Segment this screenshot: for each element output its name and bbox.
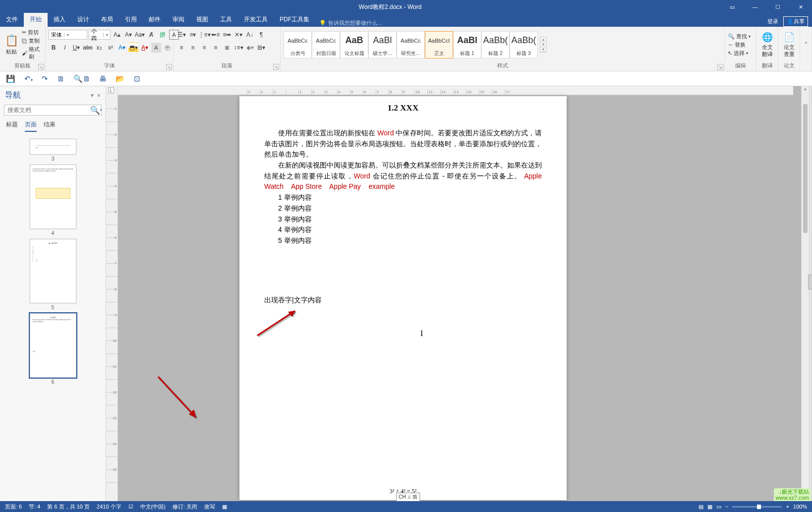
ribbon-options-icon[interactable]: ▭: [721, 0, 744, 14]
tab-design[interactable]: 设计: [71, 13, 95, 27]
redo-icon[interactable]: ↷: [42, 74, 48, 83]
align-right-button[interactable]: ≡: [199, 43, 209, 53]
ime-indicator[interactable]: CH ♫ 简: [396, 493, 420, 501]
enclose-char-button[interactable]: ㊥: [163, 43, 173, 53]
grow-font-button[interactable]: A▴: [112, 30, 122, 40]
highlight-button[interactable]: ⬒▾: [128, 43, 138, 53]
style-item[interactable]: AaBbCc封面日期: [312, 31, 340, 58]
font-launcher-icon[interactable]: ↘: [166, 64, 172, 70]
view-web-icon[interactable]: ▭: [716, 504, 721, 510]
print-preview-icon[interactable]: 🔍🗎: [73, 74, 90, 83]
clear-formatting-button[interactable]: A̸: [146, 30, 156, 40]
undo-icon[interactable]: ↶▾: [24, 74, 33, 83]
document-area[interactable]: 3211234567891011121314151617 1.2 XXX 使用在…: [118, 86, 801, 501]
close-icon[interactable]: ✕: [789, 0, 812, 14]
cut-button[interactable]: ✂剪切: [22, 29, 42, 36]
tab-layout[interactable]: 布局: [95, 13, 119, 27]
chevron-down-icon[interactable]: ▾: [540, 42, 546, 47]
status-language[interactable]: 中文(中国): [140, 503, 166, 511]
subscript-button[interactable]: x₂: [94, 43, 104, 53]
increase-indent-button[interactable]: ≡➡: [222, 30, 232, 40]
minimize-icon[interactable]: ―: [744, 0, 766, 14]
tab-view[interactable]: 视图: [190, 13, 214, 27]
tab-review[interactable]: 审阅: [167, 13, 190, 27]
font-size-combo[interactable]: 小四▾: [89, 30, 111, 40]
zoom-out-icon[interactable]: −: [725, 504, 728, 510]
tab-pdf[interactable]: PDF工具集: [274, 13, 315, 27]
page-thumbnail[interactable]: xxx: [30, 139, 76, 155]
styles-launcher-icon[interactable]: ↘: [717, 64, 723, 70]
tab-selector-icon[interactable]: L: [108, 87, 114, 94]
view-read-icon[interactable]: ▤: [698, 504, 703, 510]
vertical-scrollbar[interactable]: ▴ ▾: [801, 86, 809, 501]
page-thumbnail[interactable]: 第一章 XXXX 12345 ab cd: [30, 239, 76, 303]
status-section[interactable]: 节: 4: [29, 503, 40, 511]
para-launcher-icon[interactable]: ↘: [273, 64, 279, 70]
style-item[interactable]: AaBbCcI正文: [425, 31, 453, 58]
tab-file[interactable]: 文件: [0, 13, 24, 27]
more-icon[interactable]: ▾: [540, 47, 546, 52]
align-left-button[interactable]: ≡: [176, 43, 186, 53]
view-print-icon[interactable]: ▦: [707, 504, 712, 510]
superscript-button[interactable]: x²: [106, 43, 116, 53]
chevron-up-icon[interactable]: ▴: [540, 37, 546, 42]
multilevel-button[interactable]: ⋮≡▾: [199, 30, 209, 40]
open-icon[interactable]: 📂: [116, 74, 125, 83]
customise-icon[interactable]: ⊡: [134, 74, 140, 83]
zoom-in-icon[interactable]: +: [786, 504, 789, 510]
nav-search[interactable]: 🔍▾: [4, 105, 102, 115]
nav-tab-headings[interactable]: 标题: [6, 120, 18, 132]
paste-button[interactable]: 📋 粘贴: [3, 34, 20, 56]
clipboard-launcher-icon[interactable]: ↘: [38, 64, 44, 70]
tab-tools[interactable]: 工具: [214, 13, 238, 27]
line-spacing-button[interactable]: ↕≡▾: [233, 43, 243, 53]
replace-button[interactable]: ↔替换: [728, 41, 751, 49]
tab-developer[interactable]: 开发工具: [238, 13, 274, 27]
tell-me[interactable]: 💡 告诉我您想要做什么...: [315, 19, 386, 27]
maximize-icon[interactable]: ☐: [766, 0, 789, 14]
status-overtype[interactable]: 改写: [204, 503, 215, 511]
translate-button[interactable]: 🌐 全文 翻译: [759, 32, 775, 58]
shrink-font-button[interactable]: A▾: [123, 30, 133, 40]
status-page[interactable]: 页面: 6: [5, 503, 22, 511]
style-scroll[interactable]: ▴▾▾: [540, 37, 547, 53]
chevron-down-icon[interactable]: ▾: [802, 493, 809, 501]
asian-layout-button[interactable]: ✕▾: [233, 30, 243, 40]
select-button[interactable]: ↖选择▾: [728, 50, 751, 57]
align-center-button[interactable]: ≡: [188, 43, 198, 53]
sort-button[interactable]: A↓: [245, 30, 255, 40]
style-item[interactable]: AaBbCc分类号: [284, 31, 312, 58]
scrollbar-thumb[interactable]: [803, 104, 808, 233]
page-thumbnail[interactable]: Lorem ipsum dolor sit amet consectetur a…: [30, 165, 76, 229]
chevron-down-icon[interactable]: ▼: [90, 93, 95, 98]
print-icon[interactable]: 🖶: [99, 74, 107, 83]
nav-tab-pages[interactable]: 页面: [25, 120, 37, 132]
shading-button[interactable]: ◆▾: [245, 43, 255, 53]
tab-references[interactable]: 引用: [119, 13, 143, 27]
borders-button[interactable]: ⊞▾: [256, 43, 266, 53]
save-icon[interactable]: 💾: [6, 74, 15, 83]
status-spell-icon[interactable]: ☑: [128, 504, 133, 510]
status-word-count[interactable]: 2410 个字: [97, 503, 121, 511]
document-page[interactable]: 1.2 XXX 使用在需要位置出现的新按钮在 Word 中保存时间。若要更改图片…: [239, 96, 567, 500]
format-painter-button[interactable]: 🖌格式刷: [22, 46, 42, 60]
close-icon[interactable]: ✕: [97, 93, 101, 98]
font-family-combo[interactable]: 宋体▾: [49, 30, 87, 40]
style-item[interactable]: AaBbCc研究生...: [397, 31, 425, 58]
text-effects-button[interactable]: A▾: [117, 43, 127, 53]
bullets-button[interactable]: ☰▾: [176, 30, 186, 40]
status-track-changes[interactable]: 修订: 关闭: [173, 503, 197, 511]
style-item[interactable]: AaB论文标题: [340, 31, 368, 58]
phonetic-guide-button[interactable]: 拼: [158, 30, 168, 40]
distribute-button[interactable]: ≣: [222, 43, 232, 53]
nav-search-input[interactable]: [4, 105, 90, 115]
status-page-of[interactable]: 第 6 页，共 10 页: [47, 503, 90, 511]
font-color-button[interactable]: A▾: [140, 43, 150, 53]
tab-mailings[interactable]: 邮件: [143, 13, 167, 27]
share-button[interactable]: 👤共享: [783, 16, 808, 27]
nav-tab-results[interactable]: 结果: [44, 120, 56, 132]
right-sidebar-handle[interactable]: [809, 86, 812, 501]
new-icon[interactable]: 🗎: [57, 74, 64, 83]
zoom-slider[interactable]: [732, 506, 782, 508]
tab-home[interactable]: 开始: [24, 13, 48, 27]
